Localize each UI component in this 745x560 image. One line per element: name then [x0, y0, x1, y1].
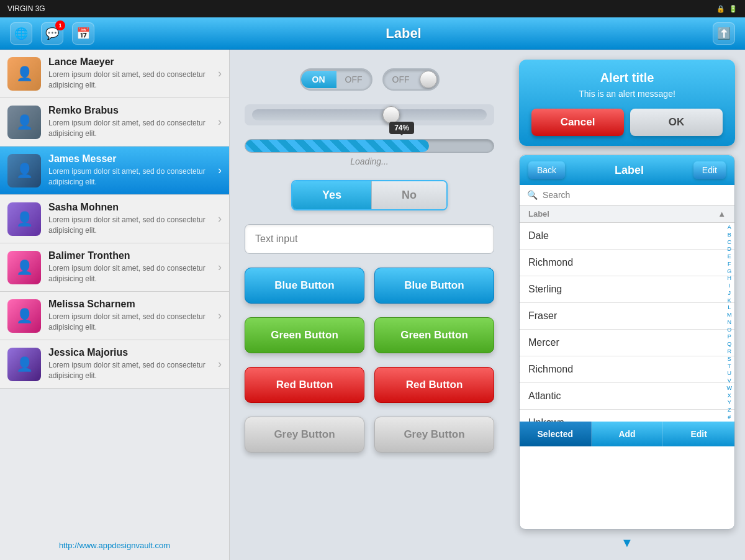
contact-item-3[interactable]: 👤 Sasha Mohnen Lorem ipsum dolor sit ame…	[0, 195, 229, 243]
blue-button-2[interactable]: Blue Button	[374, 268, 494, 304]
green-button-1[interactable]: Green Button	[245, 317, 364, 353]
dropdown-arrow: ▼	[519, 536, 735, 550]
alpha-letter-M[interactable]: M	[727, 312, 733, 318]
alpha-letter-D[interactable]: D	[727, 246, 733, 252]
avatar-placeholder: 👤	[7, 202, 41, 236]
alert-cancel-button[interactable]: Cancel	[531, 109, 624, 136]
item-name: Melissa Scharnem	[48, 299, 210, 310]
avatar: 👤	[7, 348, 41, 381]
alpha-letter-Z[interactable]: Z	[727, 407, 733, 413]
alpha-letter-V[interactable]: V	[727, 377, 733, 384]
alpha-letter-T[interactable]: T	[727, 363, 733, 369]
slider-input[interactable]	[252, 109, 487, 120]
list-item[interactable]: Richmond	[520, 356, 734, 383]
avatar: 👤	[7, 202, 41, 236]
progress-label: 74%	[389, 122, 414, 134]
alert-message: This is an alert message!	[531, 89, 723, 99]
calendar-button[interactable]: 📅	[72, 22, 94, 45]
notifications-button[interactable]: 💬 1	[41, 22, 63, 45]
alpha-letter-A[interactable]: A	[727, 224, 733, 230]
item-content: Balimer Tronthen Lorem ipsum dolor sit a…	[48, 250, 210, 284]
footer-edit-button[interactable]: Edit	[663, 422, 734, 446]
green-button-2[interactable]: Green Button	[374, 317, 494, 353]
alpha-letter-#[interactable]: #	[727, 414, 733, 420]
item-desc: Lorem ipsum dolor sit amet, sed do conse…	[48, 70, 210, 91]
item-content: Remko Brabus Lorem ipsum dolor sit amet,…	[48, 105, 210, 139]
contact-item-1[interactable]: 👤 Remko Brabus Lorem ipsum dolor sit ame…	[0, 98, 229, 147]
alpha-letter-R[interactable]: R	[727, 348, 733, 355]
alpha-letter-E[interactable]: E	[727, 253, 733, 260]
alpha-letter-G[interactable]: G	[727, 268, 733, 274]
blue-button-1[interactable]: Blue Button	[245, 268, 364, 304]
sort-icon: ▲	[718, 209, 726, 219]
list-item[interactable]: Richmond	[520, 250, 734, 276]
alpha-letter-N[interactable]: N	[727, 319, 733, 325]
toggle-off[interactable]: OFF ON	[382, 68, 440, 91]
alpha-letter-S[interactable]: S	[727, 356, 733, 362]
toggle-off-label: OFF	[336, 71, 371, 88]
no-button[interactable]: No	[371, 181, 446, 209]
alpha-letter-U[interactable]: U	[727, 370, 733, 376]
grey-button-2[interactable]: Grey Button	[374, 417, 494, 453]
globe-button[interactable]: 🌐	[10, 22, 32, 45]
alpha-letter-Y[interactable]: Y	[727, 399, 733, 405]
red-button-1[interactable]: Red Button	[245, 367, 364, 403]
list-box: Back Label Edit 🔍 Label ▲ DaleRichmondSt…	[519, 155, 735, 530]
chevron-icon: ›	[218, 261, 222, 274]
export-icon: ⬆️	[717, 27, 731, 40]
list-box-back-button[interactable]: Back	[528, 161, 565, 179]
list-item[interactable]: Fraser	[520, 303, 734, 330]
contact-item-6[interactable]: 👤 Jessica Majorius Lorem ipsum dolor sit…	[0, 340, 229, 389]
footer-url[interactable]: http://www.appdesignvault.com	[0, 531, 229, 560]
contact-item-0[interactable]: 👤 Lance Maeyer Lorem ipsum dolor sit ame…	[0, 50, 229, 98]
alert-ok-button[interactable]: OK	[630, 109, 723, 136]
toggle-on[interactable]: ON OFF	[300, 68, 372, 91]
export-button[interactable]: ⬆️	[713, 22, 735, 45]
avatar-placeholder: 👤	[7, 299, 41, 333]
alphabet-sidebar[interactable]: ABCDEFGHIJKLMNOPQRSTUVWXYZ#	[725, 223, 735, 422]
footer-selected-button[interactable]: Selected	[520, 422, 592, 446]
item-desc: Lorem ipsum dolor sit amet, sed do conse…	[48, 312, 210, 333]
contact-item-2[interactable]: 👤 James Messer Lorem ipsum dolor sit ame…	[0, 147, 229, 195]
alpha-letter-H[interactable]: H	[727, 275, 733, 281]
avatar-placeholder: 👤	[7, 348, 41, 381]
list-item[interactable]: Sterling	[520, 276, 734, 303]
alpha-letter-O[interactable]: O	[727, 327, 733, 333]
globe-icon: 🌐	[14, 27, 28, 40]
list-item[interactable]: Atlantic	[520, 383, 734, 410]
alpha-letter-C[interactable]: C	[727, 239, 733, 245]
alpha-letter-J[interactable]: J	[727, 290, 733, 296]
list-item[interactable]: Mercer	[520, 330, 734, 356]
grey-button-1[interactable]: Grey Button	[245, 417, 364, 453]
alpha-letter-I[interactable]: I	[727, 282, 733, 289]
avatar: 👤	[7, 299, 41, 333]
contact-item-4[interactable]: 👤 Balimer Tronthen Lorem ipsum dolor sit…	[0, 243, 229, 292]
yes-button[interactable]: Yes	[292, 181, 371, 209]
alpha-letter-L[interactable]: L	[727, 304, 733, 310]
calendar-icon: 📅	[76, 27, 90, 40]
red-button-2[interactable]: Red Button	[374, 367, 494, 403]
segmented-control[interactable]: Yes No	[291, 180, 448, 210]
avatar: 👤	[7, 106, 41, 139]
search-input[interactable]	[543, 190, 727, 200]
controls-panel: ON OFF OFF ON 74% Loading... Yes	[230, 50, 509, 560]
text-input[interactable]	[245, 224, 494, 254]
footer-add-button[interactable]: Add	[592, 422, 664, 446]
search-bar: 🔍	[520, 185, 734, 205]
toggles-row: ON OFF OFF ON	[245, 68, 494, 91]
list-item[interactable]: Unkown	[520, 410, 734, 422]
alpha-letter-B[interactable]: B	[727, 232, 733, 238]
contact-item-5[interactable]: 👤 Melissa Scharnem Lorem ipsum dolor sit…	[0, 292, 229, 340]
alpha-letter-P[interactable]: P	[727, 333, 733, 340]
status-right: 🔒 🔋	[716, 5, 738, 13]
item-name: Remko Brabus	[48, 105, 210, 116]
alpha-letter-K[interactable]: K	[727, 297, 733, 304]
item-content: Melissa Scharnem Lorem ipsum dolor sit a…	[48, 299, 210, 333]
alpha-letter-W[interactable]: W	[727, 385, 733, 391]
alpha-letter-Q[interactable]: Q	[727, 341, 733, 347]
avatar-placeholder: 👤	[7, 106, 41, 139]
alpha-letter-X[interactable]: X	[727, 392, 733, 399]
list-box-edit-button[interactable]: Edit	[693, 161, 726, 179]
list-item[interactable]: Dale	[520, 223, 734, 250]
alpha-letter-F[interactable]: F	[727, 261, 733, 267]
